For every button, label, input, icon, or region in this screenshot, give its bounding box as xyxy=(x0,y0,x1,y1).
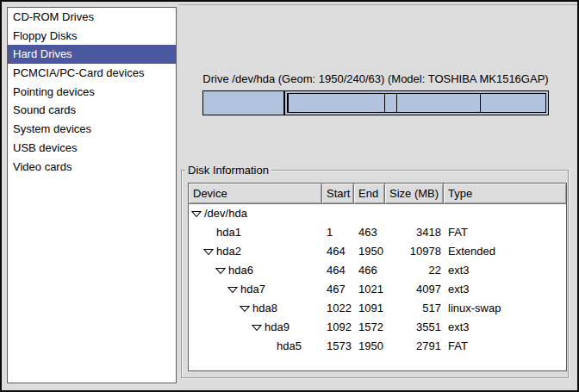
cell-type: linux-swap xyxy=(444,299,566,318)
expander-icon[interactable] xyxy=(215,267,226,275)
cell-size: 3551 xyxy=(385,318,444,337)
sidebar-item-usb-devices[interactable]: USB devices xyxy=(8,139,176,158)
partition-bar xyxy=(202,90,549,115)
column-header-type[interactable]: Type xyxy=(444,184,566,204)
cell-device: hda5 xyxy=(189,337,322,356)
device-label: hda6 xyxy=(228,261,253,280)
column-header-size-mb[interactable]: Size (MB) xyxy=(385,184,444,204)
cell-end xyxy=(354,204,385,223)
cell-size: 2791 xyxy=(385,337,444,356)
device-label: hda1 xyxy=(216,223,241,242)
cell-device: hda9 xyxy=(189,318,322,337)
cell-size: 3418 xyxy=(385,223,444,242)
sidebar-item-hard-drives[interactable]: Hard Drives xyxy=(8,45,176,64)
cell-start: 464 xyxy=(322,261,354,280)
cell-type: ext3 xyxy=(444,318,566,337)
table-row-hda7[interactable]: hda746710214097ext3 xyxy=(189,280,566,299)
sidebar-item-floppy-disks[interactable]: Floppy Disks xyxy=(8,27,176,46)
column-header-end[interactable]: End xyxy=(354,184,385,204)
table-row-hda6[interactable]: hda646446622ext3 xyxy=(189,261,566,280)
expander-icon[interactable] xyxy=(191,210,202,218)
drive-geometry-label: Drive /dev/hda (Geom: 1950/240/63) (Mode… xyxy=(177,72,575,85)
partition-extended-hda2 xyxy=(287,93,546,113)
table-row-hda8[interactable]: hda810221091517linux-swap xyxy=(189,299,566,318)
device-label: hda7 xyxy=(240,280,265,299)
cell-end: 1021 xyxy=(354,280,385,299)
cell-end: 463 xyxy=(354,223,385,242)
cell-device: hda2 xyxy=(189,242,322,261)
partition-segment-hda8 xyxy=(385,94,397,112)
expander-icon[interactable] xyxy=(203,248,214,256)
device-label: hda8 xyxy=(252,299,277,318)
table-row-hda5[interactable]: hda5157319502791FAT xyxy=(189,337,566,356)
cell-device: hda6 xyxy=(189,261,322,280)
cell-device: hda7 xyxy=(189,280,322,299)
table-row-dev-hda[interactable]: /dev/hda xyxy=(189,204,566,223)
partition-table: DeviceStartEndSize (MB)Type /dev/hdahda1… xyxy=(188,183,567,371)
expander-icon[interactable] xyxy=(252,324,262,332)
sidebar-item-sound-cards[interactable]: Sound cards xyxy=(8,101,176,120)
device-label: hda9 xyxy=(265,318,290,337)
cell-end: 1572 xyxy=(354,318,385,337)
cell-end: 1091 xyxy=(354,299,385,318)
device-label: hda2 xyxy=(216,242,241,261)
table-row-hda2[interactable]: hda2464195010978Extended xyxy=(189,242,566,261)
partition-segment-hda1 xyxy=(203,91,285,115)
partition-table-header: DeviceStartEndSize (MB)Type xyxy=(189,184,566,204)
cell-type: ext3 xyxy=(444,261,566,280)
partition-segment-hda9 xyxy=(397,94,481,112)
cell-size: 517 xyxy=(385,299,444,318)
sidebar-item-video-cards[interactable]: Video cards xyxy=(8,158,176,177)
table-row-hda1[interactable]: hda114633418FAT xyxy=(189,223,566,242)
cell-start xyxy=(322,204,354,223)
cell-type: Extended xyxy=(444,242,566,261)
expander-icon[interactable] xyxy=(227,286,238,294)
cell-size xyxy=(385,204,444,223)
cell-size: 22 xyxy=(385,261,444,280)
partition-segment-hda7 xyxy=(289,94,385,112)
cell-end: 466 xyxy=(354,261,385,280)
cell-end: 1950 xyxy=(354,242,385,261)
cell-type: ext3 xyxy=(444,280,566,299)
cell-device: hda1 xyxy=(189,223,322,242)
column-header-start[interactable]: Start xyxy=(322,184,354,204)
panel-top-bevel xyxy=(178,4,577,5)
device-label: /dev/hda xyxy=(204,204,247,223)
cell-type xyxy=(444,204,566,223)
cell-size: 10978 xyxy=(385,242,444,261)
column-header-device[interactable]: Device xyxy=(189,184,322,204)
device-category-list: CD-ROM DrivesFloppy DisksHard DrivesPCMC… xyxy=(7,7,177,383)
cell-type: FAT xyxy=(444,337,566,356)
cell-end: 1950 xyxy=(354,337,385,356)
cell-start: 1092 xyxy=(322,318,354,337)
partition-table-body: /dev/hdahda114633418FAThda2464195010978E… xyxy=(189,204,566,356)
cell-size: 4097 xyxy=(385,280,444,299)
cell-start: 1022 xyxy=(322,299,354,318)
sidebar-item-system-devices[interactable]: System devices xyxy=(8,120,176,139)
cell-start: 467 xyxy=(322,280,354,299)
cell-start: 464 xyxy=(322,242,354,261)
device-label: hda5 xyxy=(277,337,302,356)
sidebar-item-pcmcia-pc-card-devices[interactable]: PCMCIA/PC-Card devices xyxy=(8,64,176,83)
expander-icon[interactable] xyxy=(240,305,250,313)
sidebar-item-cd-rom-drives[interactable]: CD-ROM Drives xyxy=(8,8,176,27)
cell-type: FAT xyxy=(444,223,566,242)
hardware-browser-window: CD-ROM DrivesFloppy DisksHard DrivesPCMC… xyxy=(0,0,579,392)
disk-information-frame-label: Disk Information xyxy=(185,164,271,177)
cell-device: hda8 xyxy=(189,299,322,318)
disk-information-frame: Disk Information DeviceStartEndSize (MB)… xyxy=(181,170,569,378)
partition-segment-hda5 xyxy=(481,94,545,112)
table-row-hda9[interactable]: hda9109215723551ext3 xyxy=(189,318,566,337)
cell-start: 1 xyxy=(322,223,354,242)
cell-device: /dev/hda xyxy=(189,204,322,223)
sidebar-item-pointing-devices[interactable]: Pointing devices xyxy=(8,83,176,102)
cell-start: 1573 xyxy=(322,337,354,356)
